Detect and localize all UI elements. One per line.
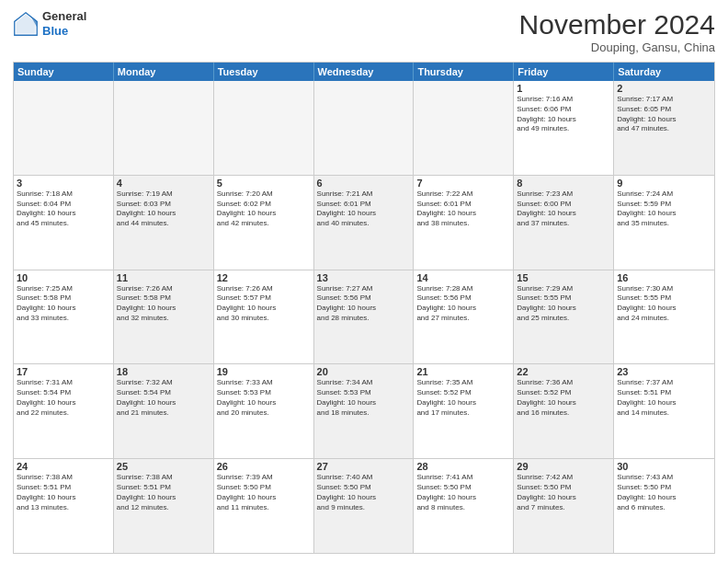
calendar-cell: 25Sunrise: 7:38 AM Sunset: 5:51 PM Dayli… — [114, 459, 214, 553]
calendar-cell: 24Sunrise: 7:38 AM Sunset: 5:51 PM Dayli… — [14, 459, 114, 553]
day-number: 28 — [416, 461, 510, 472]
day-number: 22 — [517, 366, 610, 377]
calendar-cell — [14, 81, 114, 175]
calendar-cell: 18Sunrise: 7:32 AM Sunset: 5:54 PM Dayli… — [114, 364, 214, 458]
calendar-cell: 3Sunrise: 7:18 AM Sunset: 6:04 PM Daylig… — [14, 176, 114, 270]
calendar-cell: 19Sunrise: 7:33 AM Sunset: 5:53 PM Dayli… — [214, 364, 314, 458]
logo: General Blue — [13, 9, 86, 38]
calendar-cell: 11Sunrise: 7:26 AM Sunset: 5:58 PM Dayli… — [114, 270, 214, 364]
calendar-cell: 4Sunrise: 7:19 AM Sunset: 6:03 PM Daylig… — [114, 176, 214, 270]
cell-info: Sunrise: 7:26 AM Sunset: 5:58 PM Dayligh… — [117, 284, 210, 324]
calendar-cell: 23Sunrise: 7:37 AM Sunset: 5:51 PM Dayli… — [614, 364, 714, 458]
calendar-cell: 14Sunrise: 7:28 AM Sunset: 5:56 PM Dayli… — [414, 270, 514, 364]
month-title: November 2024 — [519, 9, 715, 40]
cell-info: Sunrise: 7:28 AM Sunset: 5:56 PM Dayligh… — [416, 284, 510, 324]
cell-info: Sunrise: 7:31 AM Sunset: 5:54 PM Dayligh… — [17, 378, 110, 418]
calendar-cell: 27Sunrise: 7:40 AM Sunset: 5:50 PM Dayli… — [314, 459, 415, 553]
cell-info: Sunrise: 7:27 AM Sunset: 5:56 PM Dayligh… — [317, 284, 411, 324]
day-number: 23 — [617, 366, 711, 377]
day-number: 15 — [517, 272, 610, 283]
cell-info: Sunrise: 7:22 AM Sunset: 6:01 PM Dayligh… — [416, 190, 510, 229]
day-number: 12 — [217, 272, 311, 283]
day-number: 19 — [217, 366, 311, 377]
day-number: 6 — [317, 178, 411, 189]
day-number: 30 — [617, 461, 711, 472]
calendar-cell: 20Sunrise: 7:34 AM Sunset: 5:53 PM Dayli… — [314, 364, 415, 458]
day-number: 2 — [617, 83, 711, 94]
cell-info: Sunrise: 7:26 AM Sunset: 5:57 PM Dayligh… — [217, 284, 311, 324]
calendar-cell: 12Sunrise: 7:26 AM Sunset: 5:57 PM Dayli… — [214, 270, 314, 364]
calendar-cell: 30Sunrise: 7:43 AM Sunset: 5:50 PM Dayli… — [614, 459, 714, 553]
cell-info: Sunrise: 7:16 AM Sunset: 6:06 PM Dayligh… — [517, 95, 610, 134]
day-number: 29 — [517, 461, 610, 472]
weekday-header: Sunday — [14, 63, 114, 81]
calendar-row: 24Sunrise: 7:38 AM Sunset: 5:51 PM Dayli… — [14, 458, 714, 553]
logo-text: General Blue — [42, 9, 86, 38]
logo-general: General — [42, 9, 86, 24]
calendar-cell: 22Sunrise: 7:36 AM Sunset: 5:52 PM Dayli… — [514, 364, 614, 458]
day-number: 13 — [317, 272, 411, 283]
cell-info: Sunrise: 7:21 AM Sunset: 6:01 PM Dayligh… — [317, 190, 411, 229]
day-number: 21 — [416, 366, 510, 377]
calendar-cell — [314, 81, 415, 175]
calendar-cell — [114, 81, 214, 175]
weekday-header: Tuesday — [214, 63, 314, 81]
calendar-cell: 16Sunrise: 7:30 AM Sunset: 5:55 PM Dayli… — [614, 270, 714, 364]
location: Douping, Gansu, China — [519, 40, 715, 54]
calendar-row: 3Sunrise: 7:18 AM Sunset: 6:04 PM Daylig… — [14, 175, 714, 270]
calendar-cell — [214, 81, 314, 175]
cell-info: Sunrise: 7:41 AM Sunset: 5:50 PM Dayligh… — [416, 473, 510, 512]
day-number: 10 — [17, 272, 110, 283]
cell-info: Sunrise: 7:38 AM Sunset: 5:51 PM Dayligh… — [17, 473, 110, 512]
calendar-cell: 10Sunrise: 7:25 AM Sunset: 5:58 PM Dayli… — [14, 270, 114, 364]
day-number: 24 — [17, 461, 110, 472]
day-number: 17 — [17, 366, 110, 377]
calendar-cell: 26Sunrise: 7:39 AM Sunset: 5:50 PM Dayli… — [214, 459, 314, 553]
logo-blue: Blue — [42, 24, 86, 39]
cell-info: Sunrise: 7:42 AM Sunset: 5:50 PM Dayligh… — [517, 473, 610, 512]
weekday-header: Thursday — [414, 63, 514, 81]
day-number: 1 — [517, 83, 610, 94]
day-number: 18 — [117, 366, 210, 377]
day-number: 16 — [617, 272, 711, 283]
weekday-header: Saturday — [614, 63, 714, 81]
header: General Blue November 2024 Douping, Gans… — [13, 9, 715, 54]
weekday-header: Wednesday — [314, 63, 415, 81]
calendar-cell: 7Sunrise: 7:22 AM Sunset: 6:01 PM Daylig… — [414, 176, 514, 270]
calendar-cell: 6Sunrise: 7:21 AM Sunset: 6:01 PM Daylig… — [314, 176, 415, 270]
cell-info: Sunrise: 7:17 AM Sunset: 6:05 PM Dayligh… — [617, 95, 711, 134]
calendar-cell: 13Sunrise: 7:27 AM Sunset: 5:56 PM Dayli… — [314, 270, 415, 364]
cell-info: Sunrise: 7:29 AM Sunset: 5:55 PM Dayligh… — [517, 284, 610, 324]
day-number: 25 — [117, 461, 210, 472]
weekday-header: Friday — [514, 63, 614, 81]
day-number: 5 — [217, 178, 311, 189]
cell-info: Sunrise: 7:35 AM Sunset: 5:52 PM Dayligh… — [416, 378, 510, 418]
calendar-cell: 29Sunrise: 7:42 AM Sunset: 5:50 PM Dayli… — [514, 459, 614, 553]
calendar-cell: 5Sunrise: 7:20 AM Sunset: 6:02 PM Daylig… — [214, 176, 314, 270]
calendar-cell: 2Sunrise: 7:17 AM Sunset: 6:05 PM Daylig… — [614, 81, 714, 175]
day-number: 26 — [217, 461, 311, 472]
weekday-header: Monday — [114, 63, 214, 81]
day-number: 20 — [317, 366, 411, 377]
day-number: 3 — [17, 178, 110, 189]
cell-info: Sunrise: 7:33 AM Sunset: 5:53 PM Dayligh… — [217, 378, 311, 418]
calendar-cell: 8Sunrise: 7:23 AM Sunset: 6:00 PM Daylig… — [514, 176, 614, 270]
cell-info: Sunrise: 7:38 AM Sunset: 5:51 PM Dayligh… — [117, 473, 210, 512]
calendar-row: 10Sunrise: 7:25 AM Sunset: 5:58 PM Dayli… — [14, 270, 714, 364]
cell-info: Sunrise: 7:18 AM Sunset: 6:04 PM Dayligh… — [17, 190, 110, 229]
calendar-row: 1Sunrise: 7:16 AM Sunset: 6:06 PM Daylig… — [14, 81, 714, 175]
cell-info: Sunrise: 7:37 AM Sunset: 5:51 PM Dayligh… — [617, 378, 711, 418]
day-number: 4 — [117, 178, 210, 189]
cell-info: Sunrise: 7:24 AM Sunset: 5:59 PM Dayligh… — [617, 190, 711, 229]
svg-marker-0 — [17, 14, 36, 33]
calendar-cell: 15Sunrise: 7:29 AM Sunset: 5:55 PM Dayli… — [514, 270, 614, 364]
cell-info: Sunrise: 7:19 AM Sunset: 6:03 PM Dayligh… — [117, 190, 210, 229]
page: General Blue November 2024 Douping, Gans… — [0, 0, 728, 563]
cell-info: Sunrise: 7:23 AM Sunset: 6:00 PM Dayligh… — [517, 190, 610, 229]
day-number: 7 — [416, 178, 510, 189]
calendar-cell: 1Sunrise: 7:16 AM Sunset: 6:06 PM Daylig… — [514, 81, 614, 175]
day-number: 9 — [617, 178, 711, 189]
calendar-body: 1Sunrise: 7:16 AM Sunset: 6:06 PM Daylig… — [14, 81, 714, 553]
cell-info: Sunrise: 7:32 AM Sunset: 5:54 PM Dayligh… — [117, 378, 210, 418]
calendar-row: 17Sunrise: 7:31 AM Sunset: 5:54 PM Dayli… — [14, 363, 714, 458]
